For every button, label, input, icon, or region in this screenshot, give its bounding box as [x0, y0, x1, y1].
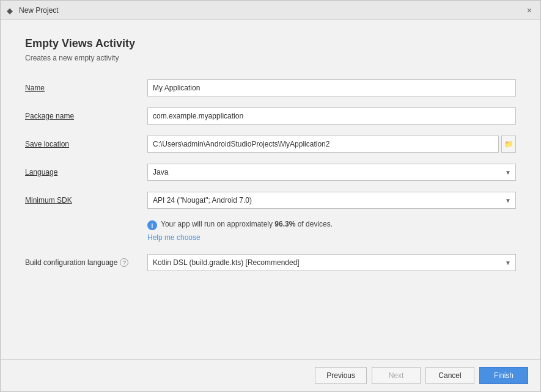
- build-config-row: Build configuration language ? Kotlin DS…: [25, 254, 516, 271]
- cancel-button[interactable]: Cancel: [425, 367, 474, 384]
- save-location-field-wrap: 📁: [147, 136, 516, 153]
- save-location-input[interactable]: [147, 136, 499, 153]
- close-button[interactable]: ×: [524, 5, 534, 16]
- language-select[interactable]: Java Kotlin: [147, 164, 516, 181]
- build-config-help-icon[interactable]: ?: [120, 258, 128, 267]
- save-location-row: Save location 📁: [25, 136, 516, 153]
- info-icon: i: [147, 220, 157, 230]
- dialog-content: Empty Views Activity Creates a new empty…: [1, 20, 540, 359]
- package-name-label: Package name: [25, 112, 147, 120]
- minimum-sdk-select[interactable]: API 21 ("Lollipop"; Android 5.0) API 22 …: [147, 192, 516, 209]
- package-name-field-wrap: [147, 107, 516, 125]
- previous-button[interactable]: Previous: [315, 367, 367, 384]
- build-config-field-wrap: Kotlin DSL (build.gradle.kts) [Recommend…: [147, 254, 516, 271]
- build-config-select-wrap: Kotlin DSL (build.gradle.kts) [Recommend…: [147, 254, 516, 271]
- finish-button[interactable]: Finish: [479, 367, 528, 384]
- build-config-label: Build configuration language ?: [25, 258, 147, 267]
- name-label: Name: [25, 84, 147, 92]
- language-label: Language: [25, 168, 147, 176]
- folder-icon: 📁: [504, 140, 513, 148]
- titlebar: ◆ New Project ×: [1, 1, 540, 20]
- minimum-sdk-label: Minimum SDK: [25, 196, 147, 205]
- page-subtitle: Creates a new empty activity: [25, 54, 516, 62]
- language-row: Language Java Kotlin ▼: [25, 164, 516, 181]
- save-location-label: Save location: [25, 140, 147, 148]
- new-project-dialog: ◆ New Project × Empty Views Activity Cre…: [0, 0, 541, 392]
- sdk-info-text: Your app will run on approximately 96.3%…: [161, 220, 333, 228]
- language-select-wrap: Java Kotlin ▼: [147, 164, 516, 181]
- minimum-sdk-select-wrap: API 21 ("Lollipop"; Android 5.0) API 22 …: [147, 192, 516, 209]
- browse-folder-button[interactable]: 📁: [501, 136, 516, 153]
- build-config-select[interactable]: Kotlin DSL (build.gradle.kts) [Recommend…: [147, 254, 516, 271]
- page-title: Empty Views Activity: [25, 37, 516, 50]
- name-field-wrap: [147, 79, 516, 96]
- android-studio-icon: ◆: [7, 6, 15, 15]
- minimum-sdk-field-wrap: API 21 ("Lollipop"; Android 5.0) API 22 …: [147, 192, 516, 209]
- name-row: Name: [25, 79, 516, 96]
- dialog-footer: Previous Next Cancel Finish: [1, 359, 540, 391]
- sdk-info-row: i Your app will run on approximately 96.…: [147, 220, 516, 230]
- titlebar-title: New Project: [19, 6, 59, 15]
- help-link-row: Help me choose: [147, 233, 516, 242]
- minimum-sdk-row: Minimum SDK API 21 ("Lollipop"; Android …: [25, 192, 516, 209]
- next-button[interactable]: Next: [372, 367, 421, 384]
- language-field-wrap: Java Kotlin ▼: [147, 164, 516, 181]
- package-name-row: Package name: [25, 107, 516, 125]
- titlebar-left: ◆ New Project: [7, 6, 59, 15]
- help-me-choose-link[interactable]: Help me choose: [147, 233, 201, 242]
- name-input[interactable]: [147, 79, 516, 96]
- package-name-input[interactable]: [147, 107, 516, 125]
